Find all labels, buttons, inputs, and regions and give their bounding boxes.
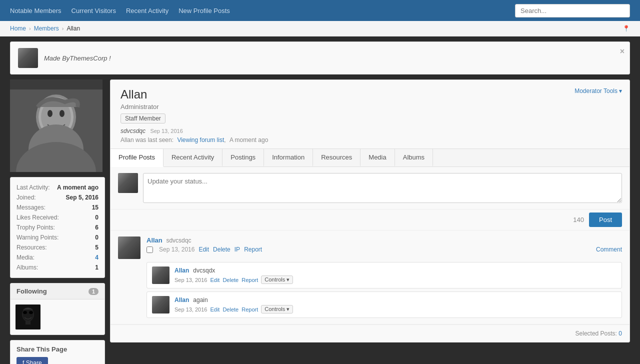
darth-avatar	[16, 304, 40, 330]
stat-last-activity: Last Activity: A moment ago	[16, 182, 98, 192]
profile-avatar	[10, 80, 102, 172]
selected-posts-count[interactable]: 0	[618, 330, 622, 337]
post-button[interactable]: Post	[589, 212, 622, 227]
svg-point-5	[60, 110, 64, 117]
post-author-link[interactable]: Allan	[146, 236, 162, 244]
post-top: Allan sdvcsdqc Sep 13, 2016 Edit Delete	[118, 236, 622, 259]
profile-join-date: Sep 13, 2016	[150, 128, 182, 134]
last-seen-link[interactable]: Viewing forum list	[177, 136, 224, 144]
following-box: Following 1	[10, 283, 105, 335]
notice-close-button[interactable]: ×	[620, 47, 624, 56]
main-panel: Allan Administrator Staff Member sdvcsdq…	[110, 80, 630, 342]
post-author-avatar	[118, 236, 140, 259]
nav-recent-activity[interactable]: Recent Activity	[126, 7, 168, 14]
last-seen-prefix: Allan was last seen:	[120, 136, 174, 144]
reply-edit-link[interactable]: Edit	[210, 306, 220, 312]
stats-box: Last Activity: A moment ago Joined: Sep …	[10, 177, 105, 278]
mod-tools-label: Moderator Tools	[574, 88, 618, 94]
tab-postings[interactable]: Postings	[222, 149, 264, 166]
svg-point-4	[48, 110, 52, 117]
breadcrumb-members[interactable]: Members	[34, 25, 59, 32]
tab-albums[interactable]: Albums	[395, 149, 433, 166]
selected-posts-label: Selected Posts:	[576, 330, 617, 337]
reply-date: Sep 13, 2016	[174, 277, 207, 283]
profile-tabs: Profile Posts Recent Activity Postings I…	[110, 149, 630, 167]
stat-joined: Joined: Sep 5, 2016	[16, 192, 98, 202]
breadcrumb-sep2: ›	[62, 26, 64, 32]
following-count: 1	[88, 288, 98, 295]
reply-delete-link[interactable]: Delete	[222, 306, 238, 312]
reply-controls-button[interactable]: Controls ▾	[261, 305, 293, 314]
share-box: Share This Page f Share	[10, 340, 105, 364]
breadcrumb-home[interactable]: Home	[10, 25, 26, 32]
post-meta: Allan sdvcsdqc	[146, 236, 622, 244]
post-comment-link[interactable]: Comment	[596, 246, 622, 253]
reply-report-link[interactable]: Report	[242, 277, 258, 283]
staff-badge[interactable]: Staff Member	[120, 114, 166, 124]
profile-role: Administrator	[120, 103, 620, 110]
reply-content: Allan dvcsqdx Sep 13, 2016 Edit Delete R…	[174, 266, 616, 284]
nav-current-visitors[interactable]: Current Visitors	[72, 7, 116, 14]
reply-edit-link[interactable]: Edit	[210, 277, 220, 283]
reply-content: Allan again Sep 13, 2016 Edit Delete Rep…	[174, 296, 616, 314]
post-delete-link[interactable]: Delete	[213, 246, 230, 253]
tab-information[interactable]: Information	[264, 149, 313, 166]
main-wrapper: Made ByThemesCorp ! ×	[0, 36, 640, 364]
post-actions-line: Sep 13, 2016 Edit Delete IP Report Comme…	[146, 246, 622, 253]
post-actions-row: 140 Post	[110, 210, 630, 230]
profile-userid: sdvcsdqc	[120, 128, 146, 134]
reply-delete-link[interactable]: Delete	[222, 277, 238, 283]
reply-text: dvcsqdx	[193, 267, 215, 274]
profile-post: Allan sdvcsdqc Sep 13, 2016 Edit Delete	[110, 230, 630, 324]
stat-media: Media: 4	[16, 252, 98, 262]
top-navigation: Notable Members Current Visitors Recent …	[0, 0, 640, 21]
post-edit-link[interactable]: Edit	[198, 246, 209, 253]
post-date: Sep 13, 2016	[159, 246, 194, 253]
reply-date: Sep 13, 2016	[174, 306, 207, 312]
nav-notable-members[interactable]: Notable Members	[10, 7, 62, 14]
following-label: Following	[16, 288, 47, 295]
avatar-image	[10, 80, 102, 172]
search-input[interactable]	[515, 4, 630, 18]
reply-text: again	[193, 296, 208, 304]
nav-new-profile-posts[interactable]: New Profile Posts	[178, 7, 230, 14]
stat-warning-points: Warning Points: 0	[16, 232, 98, 242]
post-checkbox[interactable]	[146, 246, 153, 253]
notice-banner: Made ByThemesCorp ! ×	[10, 42, 630, 74]
tab-recent-activity[interactable]: Recent Activity	[164, 149, 222, 166]
reply-item: Allan again Sep 13, 2016 Edit Delete Rep…	[146, 292, 622, 318]
content-area: Last Activity: A moment ago Joined: Sep …	[10, 80, 630, 364]
following-avatar-item[interactable]	[16, 304, 40, 330]
mod-tools-button[interactable]: Moderator Tools ▾	[574, 88, 622, 94]
svg-rect-8	[10, 80, 102, 90]
last-seen-time: A moment ago	[230, 136, 268, 144]
following-avatars	[10, 300, 104, 334]
post-report-link[interactable]: Report	[244, 246, 262, 253]
stat-albums: Albums: 1	[16, 262, 98, 272]
tab-profile-posts[interactable]: Profile Posts	[110, 149, 164, 167]
tab-media[interactable]: Media	[360, 149, 394, 166]
stat-likes-received: Likes Received: 0	[16, 212, 98, 222]
reply-author-link[interactable]: Allan	[174, 267, 189, 274]
svg-rect-14	[26, 320, 30, 324]
status-avatar	[118, 173, 138, 193]
reply-avatar	[152, 296, 170, 314]
breadcrumb: Home › Members › Allan 📍	[0, 21, 640, 36]
reply-author-link[interactable]: Allan	[174, 296, 189, 304]
stat-messages: Messages: 15	[16, 202, 98, 212]
profile-id-date: sdvcsdqc Sep 13, 2016	[120, 128, 620, 134]
last-seen-sep: ,	[224, 136, 226, 144]
stat-resources: Resources: 5	[16, 242, 98, 252]
status-update-area	[110, 167, 630, 210]
breadcrumb-sep1: ›	[29, 26, 31, 32]
share-title: Share This Page	[16, 346, 98, 353]
share-facebook-button[interactable]: f Share	[16, 357, 48, 364]
profile-header: Allan Administrator Staff Member sdvcsdq…	[110, 80, 630, 149]
reply-report-link[interactable]: Report	[242, 306, 258, 312]
reply-controls-button[interactable]: Controls ▾	[261, 276, 293, 284]
post-ip-link[interactable]: IP	[234, 246, 240, 253]
tab-resources[interactable]: Resources	[313, 149, 360, 166]
selected-posts-bar: Selected Posts: 0	[110, 324, 630, 342]
post-author-id: sdvcsdqc	[166, 237, 191, 244]
status-textarea[interactable]	[143, 173, 622, 203]
